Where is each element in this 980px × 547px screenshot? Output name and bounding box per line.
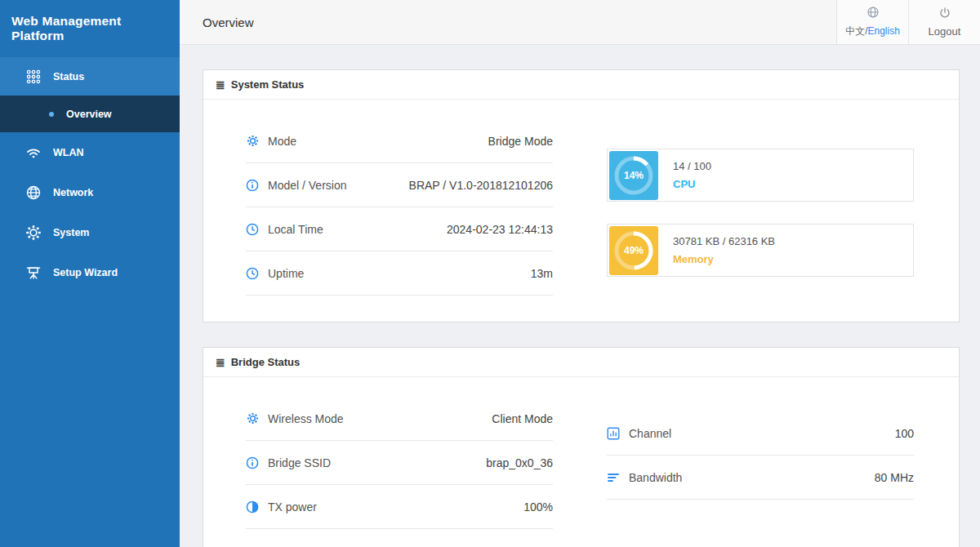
language-label: 中文/English	[845, 24, 900, 38]
cpu-percent: 14%	[624, 170, 644, 181]
bridge-ssid-row: Bridge SSID brap_0x0_36	[246, 441, 553, 485]
lines-icon	[607, 471, 620, 484]
channel-row: Channel 100	[607, 411, 914, 456]
gear-icon	[246, 135, 259, 148]
clock-icon	[246, 223, 259, 236]
cpu-metric: 14% 14 / 100 CPU	[607, 149, 914, 202]
grid-icon	[24, 68, 42, 86]
tx-power-row: TX power 100%	[246, 485, 553, 529]
info-icon	[246, 179, 259, 192]
bridge-status-card: ≣ Bridge Status Wireless Mode	[203, 347, 960, 547]
bandwidth-row: Bandwidth 80 MHz	[607, 456, 914, 500]
dot-bullet	[49, 112, 54, 117]
sidebar-item-label: Network	[53, 187, 93, 198]
bridge-status-info: Wireless Mode Client Mode	[246, 397, 553, 529]
sidebar-item-wlan[interactable]: WLAN	[0, 132, 180, 172]
bridge-status-header: ≣ Bridge Status	[203, 348, 959, 377]
system-metrics: 14% 14 / 100 CPU	[607, 119, 914, 299]
topbar: Overview 中文/English	[180, 0, 980, 45]
uptime-row: Uptime 13m	[246, 251, 553, 296]
model-version-row: Model / Version BRAP / V1.0-201812101206	[246, 163, 553, 207]
power-icon	[938, 7, 951, 23]
memory-percent: 49%	[624, 245, 644, 256]
memory-metric: 49% 30781 KB / 62316 KB Memory	[607, 224, 914, 277]
globe-icon	[24, 184, 42, 202]
memory-usage-value: 30781 KB / 62316 KB	[673, 235, 775, 247]
list-icon: ≣	[216, 357, 225, 368]
cpu-gauge: 14%	[609, 151, 658, 200]
system-status-header: ≣ System Status	[203, 70, 959, 100]
bridge-status-radio: Channel 100 Bandwidth	[607, 397, 914, 529]
main-content: ≣ System Status Mode	[180, 45, 980, 547]
sidebar-item-label: WLAN	[53, 147, 84, 158]
gear-icon	[246, 412, 259, 425]
wireless-mode-row: Wireless Mode Client Mode	[246, 397, 553, 441]
sidebar-item-setup-wizard[interactable]: Setup Wizard	[0, 252, 180, 292]
bar-chart-icon	[607, 427, 620, 440]
sidebar-item-network[interactable]: Network	[0, 172, 180, 212]
system-status-card: ≣ System Status Mode	[203, 69, 960, 322]
sidebar-item-system[interactable]: System	[0, 212, 180, 252]
sidebar-item-overview[interactable]: Overview	[0, 96, 180, 132]
sidebar-item-label: Status	[53, 71, 84, 82]
wifi-icon	[24, 144, 42, 162]
half-circle-icon	[246, 500, 259, 514]
local-time-row: Local Time 2024-02-23 12:44:13	[246, 207, 553, 251]
sidebar-item-label: System	[53, 227, 89, 238]
language-toggle[interactable]: 中文/English	[836, 0, 908, 44]
cpu-label: CPU	[673, 178, 711, 190]
list-icon: ≣	[216, 79, 225, 91]
system-status-info: Mode Bridge Mode Model /	[246, 119, 553, 299]
cpu-usage-value: 14 / 100	[673, 160, 711, 172]
card-title: Bridge Status	[231, 356, 301, 368]
gear-icon	[24, 224, 42, 242]
wizard-icon	[24, 264, 42, 282]
logout-label: Logout	[929, 25, 961, 38]
memory-gauge: 49%	[609, 226, 658, 275]
sidebar-item-status[interactable]: Status	[0, 57, 180, 96]
sidebar-item-label: Overview	[66, 109, 112, 120]
clock-icon	[246, 267, 259, 280]
mode-row: Mode Bridge Mode	[246, 119, 553, 163]
sidebar-item-label: Setup Wizard	[53, 267, 118, 278]
logout-button[interactable]: Logout	[908, 0, 980, 44]
sidebar: Web Management Platform Status Overview	[0, 0, 180, 547]
info-icon	[246, 456, 259, 469]
card-title: System Status	[231, 78, 305, 91]
language-globe-icon	[866, 6, 880, 22]
app-title: Web Management Platform	[0, 0, 180, 57]
page-title: Overview	[180, 16, 836, 29]
memory-label: Memory	[673, 253, 775, 265]
web-management-app: Web Management Platform Status Overview	[0, 0, 980, 547]
